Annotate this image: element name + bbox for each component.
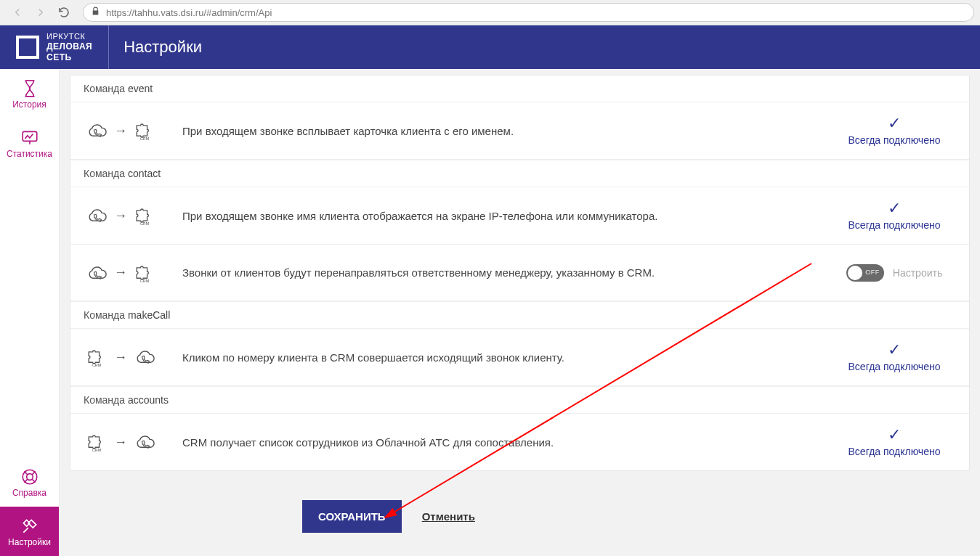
app-header: ИРКУТСК ДЕЛОВАЯ СЕТЬ Настройки (0, 25, 980, 69)
lock-icon (91, 7, 100, 18)
checkmark-icon: ✓ (833, 200, 956, 216)
browser-toolbar: https://tahhu.vats.dsi.ru/#admin/crm/Api (0, 0, 980, 25)
status-always: ✓Всегда подключено (833, 342, 956, 372)
settings-row: →CRMПри входящем звонке имя клиента отоб… (70, 187, 969, 245)
configure-link[interactable]: Настроить (893, 267, 942, 279)
logo[interactable]: ИРКУТСК ДЕЛОВАЯ СЕТЬ (0, 25, 109, 69)
sidebar-item-help[interactable]: Справка (0, 457, 59, 507)
checkmark-icon: ✓ (833, 427, 956, 443)
nav-reload-button[interactable] (52, 3, 76, 22)
flow-graphic: CRM→ (84, 431, 178, 453)
sidebar-item-label: Статистика (7, 149, 52, 159)
svg-point-2 (26, 474, 33, 481)
status-text: Всегда подключено (833, 134, 956, 146)
settings-card: Команда event→CRMПри входящем звонке всп… (70, 75, 970, 471)
section-header: Команда event (70, 75, 969, 102)
checkmark-icon: ✓ (833, 342, 956, 358)
lifebuoy-icon (20, 466, 39, 488)
section-header: Команда contact (70, 160, 969, 187)
save-button[interactable]: СОХРАНИТЬ (302, 500, 402, 533)
svg-text:CRM: CRM (140, 221, 150, 226)
row-description: При входящем звонке имя клиента отобража… (178, 210, 833, 222)
nav-back-button[interactable] (6, 3, 29, 22)
status-always: ✓Всегда подключено (833, 200, 956, 231)
row-description: Кликом по номеру клиента в CRM совершает… (178, 351, 833, 364)
sidebar-item-label: История (12, 99, 46, 110)
tools-icon (20, 515, 39, 537)
row-description: При входящем звонке всплывает карточка к… (178, 125, 833, 137)
row-description: Звонки от клиентов будут перенаправлятьс… (178, 266, 833, 279)
sidebar-item-label: Справка (12, 488, 46, 498)
flow-graphic: CRM→ (84, 346, 178, 368)
settings-row: →CRMПри входящем звонке всплывает карточ… (70, 102, 969, 160)
svg-text:CRM: CRM (92, 448, 102, 452)
svg-text:CRM: CRM (140, 278, 150, 282)
sidebar-item-history[interactable]: История (0, 69, 59, 118)
cancel-link[interactable]: Отменить (422, 510, 475, 523)
flow-graphic: →CRM (84, 120, 178, 142)
row-description: CRM получает список сотрудников из Облач… (178, 436, 833, 449)
flow-graphic: →CRM (84, 262, 178, 284)
logo-text: ИРКУТСК ДЕЛОВАЯ СЕТЬ (46, 32, 92, 62)
sidebar-item-label: Настройки (8, 537, 51, 547)
settings-row: CRM→Кликом по номеру клиента в CRM совер… (70, 329, 969, 386)
status-text: Всегда подключено (833, 446, 956, 457)
presentation-chart-icon (20, 127, 39, 149)
status-always: ✓Всегда подключено (833, 427, 956, 457)
checkmark-icon: ✓ (833, 115, 956, 131)
svg-text:CRM: CRM (140, 136, 150, 141)
nav-forward-button[interactable] (29, 3, 52, 22)
logo-icon (16, 36, 39, 59)
svg-text:CRM: CRM (92, 363, 102, 367)
sidebar-item-settings[interactable]: Настройки (0, 507, 59, 556)
settings-row: CRM→CRM получает список сотрудников из О… (70, 414, 969, 470)
footer-actions: СОХРАНИТЬ Отменить (70, 471, 970, 533)
url-bar[interactable]: https://tahhu.vats.dsi.ru/#admin/crm/Api (83, 3, 974, 22)
svg-rect-0 (23, 131, 37, 141)
page-title: Настройки (109, 38, 202, 57)
url-text: https://tahhu.vats.dsi.ru/#admin/crm/Api (106, 7, 272, 18)
toggle-switch[interactable]: OFF (846, 264, 884, 282)
sidebar-item-stats[interactable]: Статистика (0, 118, 59, 168)
section-header: Команда accounts (70, 386, 969, 414)
sidebar: История Статистика Справка Настройки (0, 69, 60, 556)
section-header: Команда makeCall (70, 301, 969, 329)
flow-graphic: →CRM (84, 205, 178, 226)
hourglass-icon (20, 78, 39, 99)
status-text: Всегда подключено (833, 361, 956, 372)
status-always: ✓Всегда подключено (833, 115, 956, 146)
main-content: Команда event→CRMПри входящем звонке всп… (60, 69, 980, 556)
settings-row: →CRMЗвонки от клиентов будут перенаправл… (70, 245, 969, 301)
status-text: Всегда подключено (833, 219, 956, 231)
